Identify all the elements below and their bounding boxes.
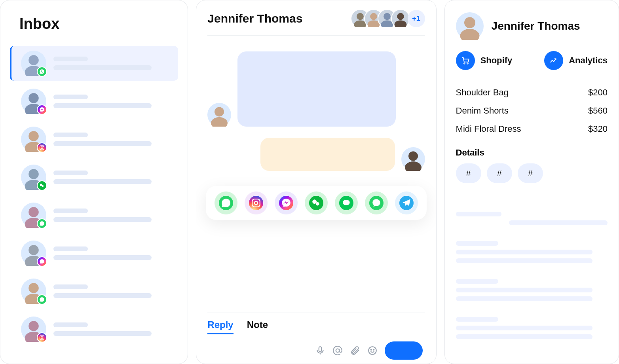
analytics-label: Analytics — [569, 55, 608, 66]
svg-point-48 — [467, 63, 468, 64]
chat-title: Jennifer Thomas — [207, 12, 302, 25]
svg-point-47 — [463, 63, 465, 64]
inbox-item[interactable] — [10, 198, 178, 233]
svg-point-30 — [394, 20, 406, 27]
svg-point-31 — [215, 107, 224, 117]
inbox-item[interactable] — [10, 46, 178, 81]
product-row: Denim Shorts $560 — [456, 102, 608, 120]
channel-messenger[interactable] — [275, 191, 298, 214]
message-bubble — [260, 138, 395, 171]
whatsapp-icon — [37, 218, 47, 229]
mic-icon[interactable] — [315, 345, 325, 356]
product-row: Shoulder Bag $200 — [456, 83, 608, 102]
analytics-button[interactable]: Analytics — [544, 51, 608, 70]
inbox-item-preview — [53, 246, 169, 260]
inbox-item[interactable] — [10, 274, 178, 309]
inbox-item-preview — [53, 322, 169, 336]
svg-point-46 — [460, 29, 479, 40]
svg-rect-39 — [343, 200, 349, 205]
svg-point-34 — [405, 161, 422, 171]
svg-point-32 — [211, 117, 228, 127]
product-price: $560 — [588, 106, 608, 116]
tag[interactable]: # — [456, 163, 481, 183]
details-placeholder — [456, 212, 608, 349]
channel-sms[interactable] — [365, 191, 388, 214]
svg-point-8 — [43, 146, 44, 146]
avatar — [21, 317, 46, 342]
product-list: Shoulder Bag $200 Denim Shorts $560 Midi… — [456, 83, 608, 138]
instagram-icon — [37, 142, 47, 153]
svg-point-38 — [316, 202, 319, 206]
product-name: Midi Floral Dress — [456, 124, 521, 134]
channel-telegram[interactable] — [395, 191, 418, 214]
svg-point-15 — [28, 245, 39, 255]
messenger-icon — [37, 104, 47, 115]
svg-point-2 — [28, 93, 39, 103]
inbox-item[interactable] — [10, 312, 178, 347]
inbox-item[interactable] — [10, 84, 178, 119]
participant-stack[interactable]: +1 — [356, 9, 425, 28]
svg-point-42 — [368, 347, 376, 355]
avatar — [21, 127, 46, 152]
avatar — [21, 89, 46, 114]
svg-point-7 — [41, 147, 43, 149]
details-heading: Details — [456, 148, 608, 158]
message-avatar — [207, 103, 231, 127]
channel-whatsapp[interactable] — [215, 191, 237, 214]
message-avatar — [401, 147, 425, 171]
inbox-item-preview — [53, 133, 169, 146]
avatar — [21, 165, 46, 190]
conversation-panel: Jennifer Thomas +1 — [196, 0, 436, 364]
attachment-icon[interactable] — [350, 345, 360, 356]
channel-picker — [206, 186, 427, 220]
tag-list: # # # — [456, 163, 608, 183]
inbox-item[interactable] — [10, 160, 178, 195]
svg-point-41 — [336, 349, 339, 353]
product-row: Midi Floral Dress $320 — [456, 120, 608, 138]
avatar — [21, 279, 46, 304]
inbox-item-preview — [53, 171, 169, 184]
tag[interactable]: # — [487, 163, 512, 183]
channel-line[interactable] — [335, 191, 358, 214]
emoji-icon[interactable] — [367, 345, 378, 356]
tab-note[interactable]: Note — [247, 319, 268, 334]
channel-instagram[interactable] — [245, 191, 268, 214]
participants-more[interactable]: +1 — [408, 10, 425, 27]
message-incoming — [207, 51, 425, 127]
tab-reply[interactable]: Reply — [207, 319, 233, 334]
svg-point-27 — [384, 13, 391, 20]
svg-point-9 — [28, 169, 39, 179]
svg-rect-40 — [319, 347, 321, 352]
analytics-icon — [544, 51, 563, 70]
product-price: $200 — [588, 87, 608, 98]
inbox-item-preview — [53, 284, 169, 298]
messenger-icon — [37, 256, 47, 267]
whatsapp-icon — [37, 294, 47, 305]
customer-name: Jennifer Thomas — [492, 20, 580, 32]
avatar — [21, 203, 46, 228]
participant-avatar — [391, 9, 410, 28]
wechat-icon — [37, 180, 47, 191]
shopify-button[interactable]: Shopify — [456, 51, 513, 70]
shopify-label: Shopify — [480, 55, 513, 66]
svg-rect-35 — [252, 199, 260, 207]
svg-point-23 — [357, 13, 364, 20]
send-button[interactable] — [385, 341, 423, 360]
mention-icon[interactable] — [332, 345, 343, 356]
product-name: Shoulder Bag — [456, 87, 509, 98]
inbox-item-preview — [53, 209, 169, 222]
channel-wechat[interactable] — [305, 191, 328, 214]
details-panel: Jennifer Thomas Shopify Analytics Should… — [444, 0, 619, 364]
avatar — [21, 51, 46, 76]
inbox-title: Inbox — [8, 11, 180, 44]
svg-point-45 — [464, 17, 475, 28]
inbox-item-preview — [53, 95, 169, 108]
inbox-item[interactable] — [10, 236, 178, 271]
svg-point-33 — [408, 152, 418, 161]
tag[interactable]: # — [518, 163, 543, 183]
svg-point-4 — [28, 131, 39, 141]
svg-point-29 — [397, 13, 404, 20]
compose-area: Reply Note — [207, 313, 425, 360]
svg-point-22 — [41, 337, 43, 339]
inbox-item[interactable] — [10, 122, 178, 157]
